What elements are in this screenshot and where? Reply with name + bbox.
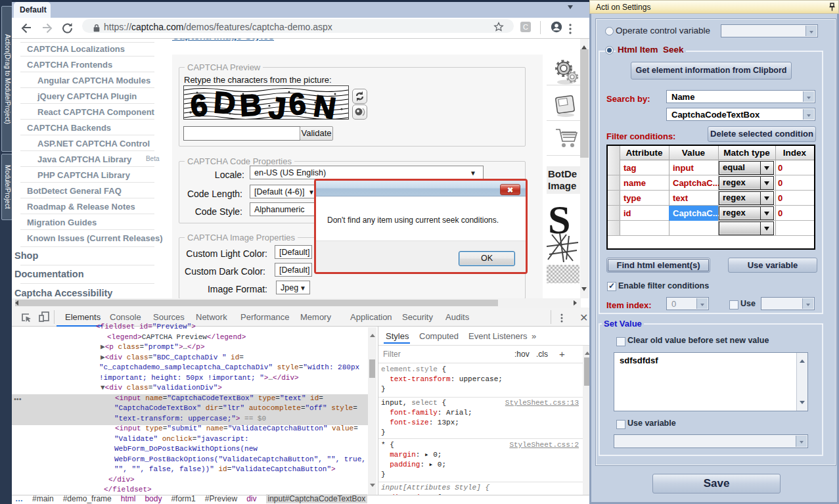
svg-text:J: J: [267, 90, 288, 119]
svg-text:D: D: [213, 86, 237, 119]
svg-text:6: 6: [288, 86, 307, 119]
svg-text:6: 6: [189, 87, 210, 119]
svg-text:B: B: [239, 87, 263, 119]
